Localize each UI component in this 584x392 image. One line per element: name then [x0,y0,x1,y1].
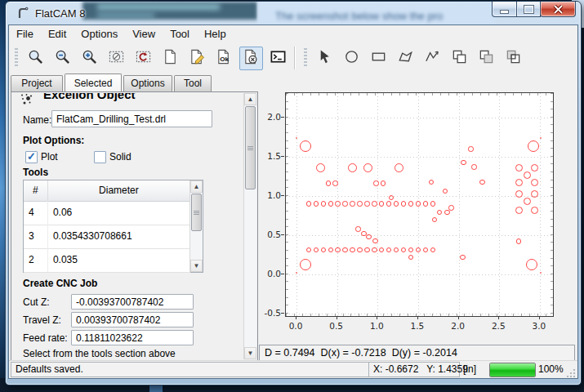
tools-table-header-number[interactable]: # [24,180,48,201]
resize-grip[interactable] [566,367,576,376]
intersect-button[interactable] [502,47,525,70]
zoom-fit-button[interactable] [24,47,47,70]
clear-plot-icon [108,48,125,69]
solid-checkbox[interactable] [94,151,106,163]
menu-item-file[interactable]: File [9,25,41,42]
menu-item-tool[interactable]: Tool [163,25,197,42]
scrollbar-grip [247,146,253,150]
tab-project[interactable]: Project [11,75,63,91]
gridline [286,118,553,118]
union-icon [451,48,468,69]
travel-z-input[interactable] [71,312,194,327]
tab-tool[interactable]: Tool [174,75,212,91]
cancel-edit-icon [243,48,260,69]
panel-scrollbar-thumb[interactable] [245,106,256,189]
tab-selected[interactable]: Selected [65,74,122,91]
background-blurred-text: The screenshot below show the pro [275,10,443,22]
zoom-out-button[interactable] [51,47,74,70]
maximize-icon [524,6,533,13]
clear-plot-button[interactable] [105,47,128,70]
cnc-heading: Create CNC Job [23,278,97,289]
y-tick-label: 1.5 [260,151,281,161]
panel-scroll-up-button[interactable]: ▲ [244,93,256,105]
panel-scrollbar[interactable]: ▲ ▼ [243,93,256,359]
table-row[interactable]: 30.0354330708661 [24,225,190,249]
replot-button[interactable] [132,47,155,70]
close-button[interactable] [540,2,576,17]
x-tick [458,316,459,319]
drill-hole-marker [314,201,319,206]
subtract-button[interactable] [475,47,498,70]
drill-hole-marker [526,259,537,270]
drill-hole-marker [300,259,311,270]
tool-diameter-cell[interactable]: 0.0354330708661 [48,225,190,248]
select-button[interactable] [313,47,337,70]
plot-figure[interactable]: 0.00.51.01.52.02.53.0-0.50.00.51.01.52.0 [259,88,576,342]
toolbar-drag-handle[interactable] [15,48,18,68]
draw-circle-button[interactable] [340,47,363,70]
y-tick [281,274,284,274]
tab-options[interactable]: Options [123,75,172,91]
tool-number-cell[interactable]: 4 [24,201,48,225]
y-tick [281,313,284,314]
draw-polygon-button[interactable] [394,47,417,70]
command-line-icon [270,48,287,69]
drill-hole-marker [471,164,476,169]
command-line-button[interactable] [266,47,290,70]
plot-checkbox[interactable]: ✓ [25,151,38,163]
drill-hole-marker [373,180,378,185]
table-scroll-down-button[interactable]: ▼ [190,260,203,272]
menu-item-help[interactable]: Help [197,25,234,42]
update-geometry-ok-button[interactable]: Ok [212,47,236,70]
toolbar-drag-handle[interactable] [304,48,307,68]
status-bar: Defaults saved. X: -0.6672 Y: 1.4359 [in… [9,360,577,378]
drill-hole-marker [430,247,435,252]
y-tick [281,156,284,157]
cancel-edit-button[interactable] [239,47,263,70]
table-scrollbar-thumb[interactable] [191,194,202,231]
drill-hole-marker [448,205,453,210]
plot-axes[interactable] [285,92,554,317]
panel-scroll-down-button[interactable]: ▼ [244,347,256,359]
menu-bar: FileEditOptionsViewToolHelp [9,25,577,42]
tool-diameter-cell[interactable]: 0.06 [48,201,190,225]
gridline [499,93,500,316]
draw-rectangle-button[interactable] [367,47,390,70]
cut-z-input[interactable] [71,294,194,310]
maximize-button[interactable] [516,2,541,17]
object-name-input[interactable] [51,110,212,127]
drill-hole-marker [366,234,371,239]
drill-hole-marker [372,247,377,252]
table-row[interactable]: 20.035 [24,248,190,273]
menu-item-view[interactable]: View [125,25,163,42]
feed-rate-input[interactable] [71,330,194,345]
tools-table-header-diameter[interactable]: Diameter [48,180,190,201]
edit-geometry-button[interactable] [185,47,209,70]
menu-item-options[interactable]: Options [74,25,125,42]
minimize-button[interactable] [492,2,517,17]
table-scroll-up-button[interactable]: ▲ [190,180,203,193]
titlebar[interactable]: The screenshot below show the pro FlatCA… [6,2,581,24]
menu-item-edit[interactable]: Edit [41,25,74,42]
drill-hole-marker [342,247,347,252]
units-label: [in] [463,363,476,375]
draw-path-button[interactable] [421,47,444,70]
drill-hole-marker [332,180,337,185]
tools-table-scrollbar[interactable]: ▲ ▼ [189,180,203,272]
table-row[interactable]: 40.06 [24,201,190,225]
draw-rectangle-icon [370,48,387,69]
tool-number-cell[interactable]: 3 [24,225,48,248]
draw-path-icon [424,48,441,69]
tools-label: Tools [23,167,48,178]
minor-ticks [286,93,288,316]
tool-number-cell[interactable]: 2 [24,248,48,272]
gridline [286,196,553,197]
drill-hole-marker [401,201,406,206]
union-button[interactable] [448,47,471,70]
y-tick-label: -0.5 [260,308,281,318]
drill-hole-marker [531,179,538,186]
drill-hole-marker [306,201,311,206]
zoom-in-button[interactable] [78,47,101,70]
tool-diameter-cell[interactable]: 0.035 [48,248,190,272]
new-blank-button[interactable] [158,47,182,70]
